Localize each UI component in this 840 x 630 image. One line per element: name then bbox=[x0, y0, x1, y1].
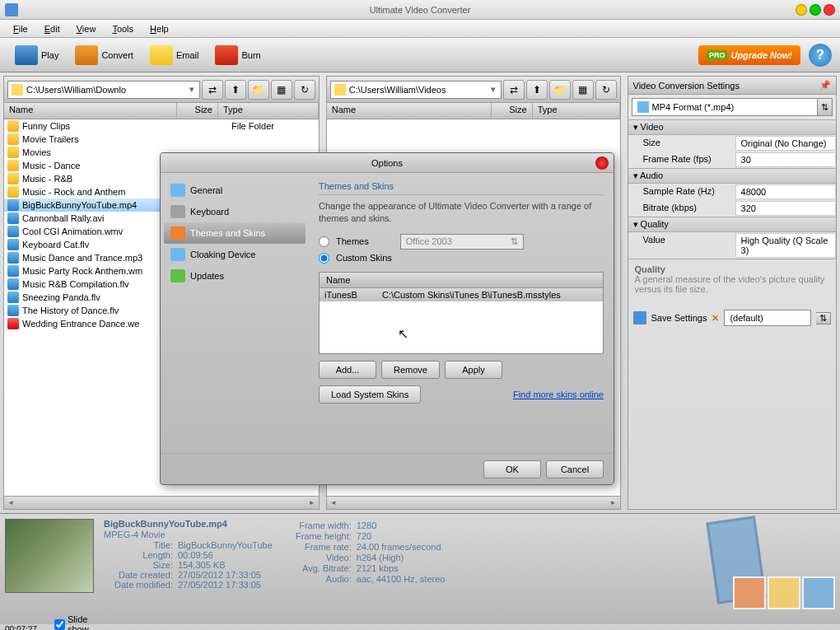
quality-description: QualityA general measure of the video's … bbox=[628, 259, 836, 305]
source-toolbar: C:\Users\William\Downlo▾ ⇄ ⬆ 📁 ▦ ↻ bbox=[4, 77, 319, 103]
preset-select[interactable]: (default) bbox=[724, 310, 811, 326]
convert-button[interactable]: Convert bbox=[68, 42, 140, 68]
file-row[interactable]: Movie Trailers bbox=[4, 133, 319, 146]
dialog-content: Themes and Skins Change the appearance o… bbox=[309, 173, 614, 453]
find-skins-link[interactable]: Find more skins online bbox=[513, 390, 604, 399]
dest-path-input[interactable]: C:\Users\William\Videos▾ bbox=[330, 81, 502, 99]
quality-value[interactable]: High Quality (Q Scale 3) bbox=[735, 233, 836, 258]
col-name[interactable]: Name bbox=[327, 103, 492, 119]
preset-dropdown-icon[interactable]: ⇅ bbox=[816, 312, 831, 324]
cancel-button[interactable]: Cancel bbox=[546, 460, 604, 478]
save-icon[interactable] bbox=[633, 311, 646, 324]
skins-table[interactable]: Name iTunesBC:\Custom Skins\iTunes B\iTu… bbox=[319, 272, 604, 354]
scrollbar-h[interactable] bbox=[327, 496, 620, 509]
dialog-close-icon[interactable] bbox=[595, 156, 609, 170]
app-logo bbox=[712, 519, 835, 609]
folder-icon bbox=[7, 147, 19, 158]
video-icon bbox=[7, 212, 19, 224]
chevron-down-icon[interactable]: ▾ bbox=[488, 84, 499, 95]
folder-icon bbox=[7, 186, 19, 198]
apply-button[interactable]: Apply bbox=[445, 361, 502, 379]
section-video[interactable]: ▾ Video bbox=[628, 119, 836, 135]
refresh-button[interactable]: ↻ bbox=[294, 80, 315, 100]
add-button[interactable]: Add... bbox=[319, 361, 376, 379]
sidebar-item-general[interactable]: General bbox=[164, 180, 306, 201]
scrollbar-h[interactable] bbox=[4, 496, 319, 509]
sidebar-item-updates[interactable]: Updates bbox=[164, 265, 306, 287]
titlebar: Ultimate Video Converter bbox=[0, 0, 840, 20]
themes-radio[interactable] bbox=[319, 236, 329, 247]
col-type[interactable]: Type bbox=[218, 103, 319, 119]
transfer-button[interactable]: ⇄ bbox=[503, 80, 525, 100]
pin-icon[interactable]: 📌 bbox=[819, 80, 831, 91]
app-title: Ultimate Video Converter bbox=[370, 5, 471, 15]
skins-col-name: Name bbox=[320, 273, 603, 288]
sidebar-item-cloaking-device[interactable]: Cloaking Device bbox=[164, 244, 306, 265]
view-button[interactable]: ▦ bbox=[572, 80, 594, 100]
fps-value[interactable]: 30 bbox=[735, 152, 836, 167]
dialog-sidebar: GeneralKeyboardThemes and SkinsCloaking … bbox=[161, 173, 309, 453]
burn-icon bbox=[215, 45, 238, 65]
sidebar-item-themes-and-skins[interactable]: Themes and Skins bbox=[164, 222, 306, 244]
upgrade-button[interactable]: PROUpgrade Now! bbox=[698, 45, 800, 65]
bitrate-value[interactable]: 320 bbox=[735, 201, 836, 216]
folder-icon bbox=[334, 84, 346, 96]
dialog-titlebar: Options bbox=[161, 153, 614, 173]
new-folder-button[interactable]: 📁 bbox=[248, 80, 269, 100]
menu-edit[interactable]: Edit bbox=[38, 22, 67, 35]
menu-help[interactable]: Help bbox=[143, 22, 175, 35]
section-quality[interactable]: ▾ Quality bbox=[628, 217, 836, 232]
help-button[interactable]: ? bbox=[809, 44, 832, 67]
theme-combo[interactable]: Office 2003⇅ bbox=[400, 234, 524, 250]
format-select[interactable]: MP4 Format (*.mp4) bbox=[632, 98, 818, 116]
view-button[interactable]: ▦ bbox=[271, 80, 292, 100]
col-size[interactable]: Size bbox=[177, 103, 218, 119]
format-dropdown-icon[interactable]: ⇅ bbox=[818, 98, 833, 116]
new-folder-button[interactable]: 📁 bbox=[549, 80, 571, 100]
video-icon bbox=[7, 199, 19, 211]
menu-tools[interactable]: Tools bbox=[105, 22, 140, 35]
menu-file[interactable]: FFileile bbox=[7, 22, 35, 35]
section-audio[interactable]: ▾ Audio bbox=[628, 168, 836, 184]
remove-button[interactable]: Remove bbox=[381, 361, 440, 379]
transfer-button[interactable]: ⇄ bbox=[202, 80, 223, 100]
folder-icon bbox=[7, 160, 19, 171]
refresh-button[interactable]: ↻ bbox=[595, 80, 617, 100]
samplerate-value[interactable]: 48000 bbox=[735, 184, 836, 199]
ok-button[interactable]: OK bbox=[483, 460, 541, 478]
red-icon bbox=[7, 318, 19, 329]
close-icon[interactable] bbox=[824, 4, 835, 16]
col-name[interactable]: Name bbox=[4, 103, 177, 119]
burn-button[interactable]: Burn bbox=[208, 42, 267, 68]
video-icon bbox=[7, 278, 19, 290]
chevron-down-icon[interactable]: ▾ bbox=[186, 84, 198, 95]
slideshow-checkbox[interactable]: Slide show bbox=[54, 614, 94, 630]
play-button[interactable]: Play bbox=[8, 42, 65, 68]
folder-icon bbox=[7, 133, 19, 145]
up-button[interactable]: ⬆ bbox=[526, 80, 548, 100]
delete-icon[interactable]: ✕ bbox=[712, 313, 719, 324]
file-row[interactable]: Funny ClipsFile Folder bbox=[4, 119, 319, 133]
menu-view[interactable]: View bbox=[70, 22, 103, 35]
source-path-input[interactable]: C:\Users\William\Downlo▾ bbox=[7, 81, 200, 99]
skin-row[interactable]: iTunesBC:\Custom Skins\iTunes B\iTunesB.… bbox=[320, 288, 603, 301]
video-icon bbox=[7, 265, 19, 277]
load-system-skins-button[interactable]: Load System Skins bbox=[319, 385, 421, 404]
col-type[interactable]: Type bbox=[533, 103, 620, 119]
video-thumbnail[interactable] bbox=[5, 519, 94, 593]
maximize-icon[interactable] bbox=[810, 4, 821, 16]
video-icon bbox=[7, 292, 19, 303]
custom-skins-radio[interactable] bbox=[319, 253, 329, 264]
video-icon bbox=[7, 305, 19, 316]
up-button[interactable]: ⬆ bbox=[225, 80, 246, 100]
minimize-icon[interactable] bbox=[796, 4, 807, 16]
email-button[interactable]: Email bbox=[143, 42, 206, 68]
play-icon bbox=[15, 45, 38, 65]
toolbar: Play Convert Email Burn PROUpgrade Now! … bbox=[0, 38, 840, 72]
convert-icon bbox=[75, 45, 98, 65]
col-size[interactable]: Size bbox=[492, 103, 533, 119]
settings-header: Video Conversion Settings📌 bbox=[628, 77, 836, 95]
size-value[interactable]: Original (No Change) bbox=[735, 136, 836, 151]
sidebar-item-keyboard[interactable]: Keyboard bbox=[164, 201, 306, 222]
video-icon bbox=[7, 252, 19, 264]
